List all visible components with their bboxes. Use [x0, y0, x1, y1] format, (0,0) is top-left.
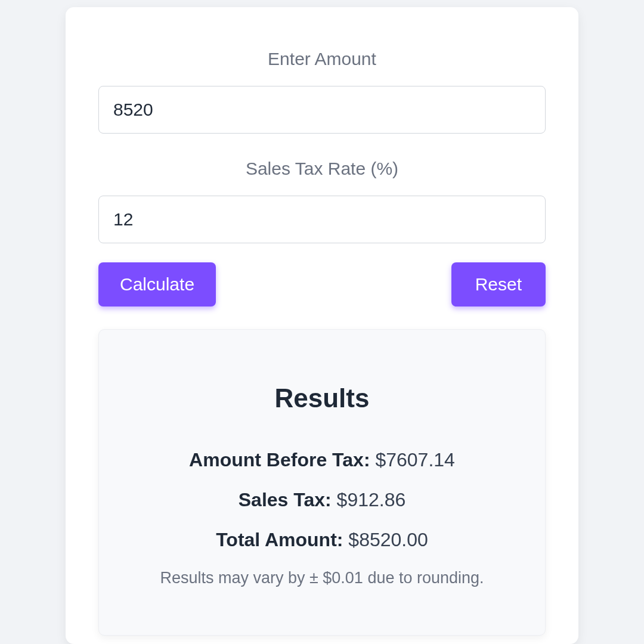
results-disclaimer: Results may vary by ± $0.01 due to round…	[123, 569, 521, 587]
total-amount-value: $8520.00	[348, 529, 428, 550]
total-amount-label: Total Amount:	[216, 529, 343, 550]
total-amount-line: Total Amount: $8520.00	[123, 529, 521, 551]
amount-before-tax-value: $7607.14	[375, 449, 454, 470]
sales-tax-line: Sales Tax: $912.86	[123, 489, 521, 511]
amount-before-tax-line: Amount Before Tax: $7607.14	[123, 449, 521, 471]
button-row: Calculate Reset	[98, 262, 546, 306]
results-card: Results Amount Before Tax: $7607.14 Sale…	[98, 329, 546, 636]
amount-before-tax-label: Amount Before Tax:	[189, 449, 370, 470]
rate-label: Sales Tax Rate (%)	[98, 159, 546, 179]
amount-input[interactable]	[98, 86, 546, 134]
sales-tax-value: $912.86	[337, 489, 406, 510]
results-title: Results	[123, 383, 521, 413]
calculate-button[interactable]: Calculate	[98, 262, 216, 306]
rate-input[interactable]	[98, 196, 546, 243]
amount-label: Enter Amount	[98, 49, 546, 69]
reset-button[interactable]: Reset	[451, 262, 546, 306]
sales-tax-label: Sales Tax:	[239, 489, 332, 510]
calculator-card: Enter Amount Sales Tax Rate (%) Calculat…	[66, 7, 578, 644]
